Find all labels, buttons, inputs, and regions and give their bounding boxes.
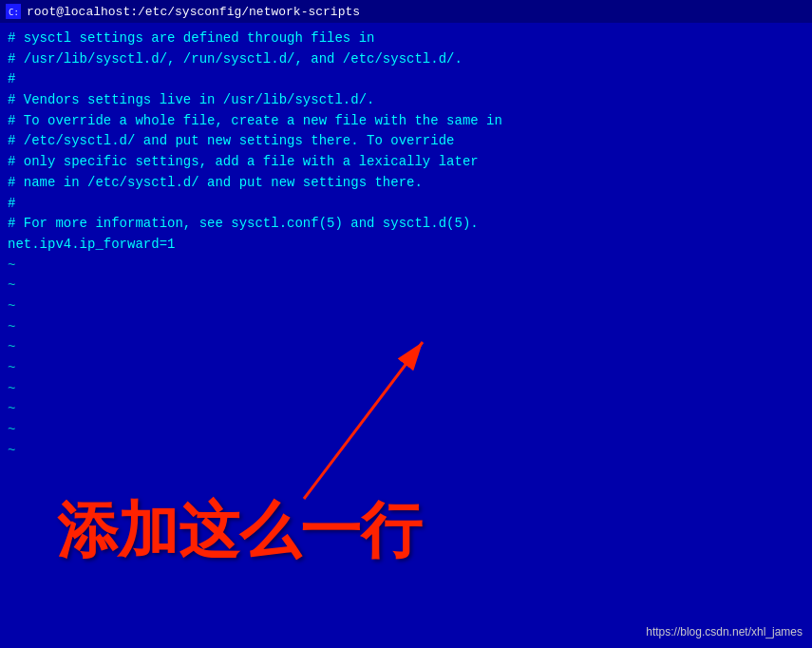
cursor-line: ~: [8, 399, 804, 420]
cursor-line: ~: [8, 337, 804, 358]
terminal-line: # name in /etc/sysctl.d/ and put new set…: [8, 173, 804, 194]
annotation-container: 添加这么一行: [57, 489, 422, 572]
terminal-line: # To override a whole file, create a new…: [8, 111, 804, 132]
cursor-line: ~: [8, 441, 804, 462]
cursor-line: ~: [8, 276, 804, 296]
cursor-line: ~: [8, 420, 804, 441]
cursor-line: ~: [8, 358, 804, 379]
window-title: root@localhost:/etc/sysconfig/network-sc…: [27, 5, 360, 19]
svg-text:C:: C:: [9, 8, 19, 17]
terminal-body[interactable]: # sysctl settings are defined through fi…: [0, 23, 812, 467]
cursor-line: ~: [8, 317, 804, 338]
terminal-line: #: [8, 194, 804, 215]
watermark: https://blog.csdn.net/xhl_james: [646, 625, 803, 638]
title-bar: C: root@localhost:/etc/sysconfig/network…: [0, 0, 812, 23]
annotation-text: 添加这么一行: [57, 489, 422, 572]
terminal-line: # only specific settings, add a file wit…: [8, 152, 804, 173]
cursor-line: ~: [8, 296, 804, 317]
cursor-line: ~: [8, 379, 804, 400]
cursor-line: ~: [8, 256, 804, 276]
terminal-line: # /usr/lib/sysctl.d/, /run/sysctl.d/, an…: [8, 49, 804, 70]
terminal-line: #: [8, 69, 804, 90]
terminal-line: # Vendors settings live in /usr/lib/sysc…: [8, 90, 804, 111]
terminal-line: # sysctl settings are defined through fi…: [8, 29, 804, 49]
terminal-icon: C:: [6, 4, 21, 19]
terminal-line: # For more information, see sysctl.conf(…: [8, 214, 804, 235]
terminal-line: net.ipv4.ip_forward=1: [8, 235, 804, 256]
terminal-line: # /etc/sysctl.d/ and put new settings th…: [8, 131, 804, 152]
